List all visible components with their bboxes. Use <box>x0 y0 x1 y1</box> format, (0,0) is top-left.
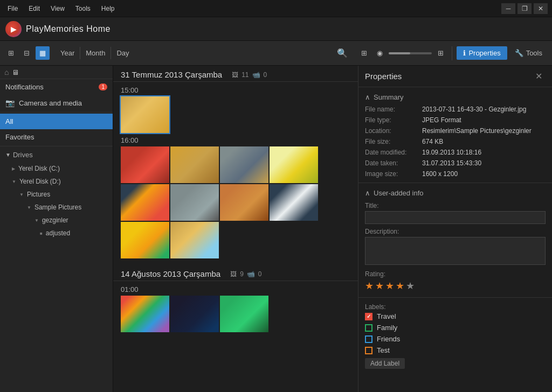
cameras-label: Cameras and media <box>19 99 82 107</box>
labels-section: Labels: ✓ Travel Family Friends Test Add… <box>358 298 552 374</box>
sidebar-item-cameras[interactable]: 📷 Cameras and media <box>0 95 113 111</box>
user-info-header[interactable]: ∧ User-added info <box>365 186 546 200</box>
photo-thumb-tulips[interactable] <box>121 222 169 258</box>
datetaken-val: 31.07.2013 15:43:30 <box>422 159 481 167</box>
imagesize-key: Image size: <box>365 170 419 178</box>
add-label-button[interactable]: Add Label <box>365 358 405 369</box>
camera-icon: 📷 <box>5 99 15 107</box>
tab-month[interactable]: Month <box>80 47 111 59</box>
title-bar-left: File Edit View Tools Help <box>4 4 118 13</box>
sidebar-item-all[interactable]: All <box>0 114 113 129</box>
view-calendar-button[interactable]: ▦ <box>36 46 50 60</box>
label-checkbox-family[interactable] <box>365 324 372 332</box>
label-checkbox-friends[interactable] <box>365 335 372 343</box>
photo-thumb-snake[interactable] <box>121 184 169 221</box>
title-field-container: Title: <box>365 202 546 226</box>
photo-thumb-forest[interactable] <box>220 296 268 332</box>
maximize-button[interactable]: ❐ <box>518 3 532 14</box>
tree-dot-icon: ▶ <box>12 166 15 171</box>
description-input[interactable] <box>365 237 546 265</box>
sidebar-item-adjusted[interactable]: ■ adjusted <box>0 227 113 240</box>
panel-close-button[interactable]: ✕ <box>532 70 546 82</box>
summary-header[interactable]: ∧ Summary <box>365 90 546 104</box>
adjusted-label: adjusted <box>46 229 70 237</box>
date-meta-1: 🖼 11 📹 0 <box>232 71 267 79</box>
menu-file[interactable]: File <box>4 4 21 13</box>
size-slider[interactable] <box>389 52 432 54</box>
label-row-friends: Friends <box>365 333 546 345</box>
photo-icon-2: 🖼 <box>230 270 237 278</box>
home-icon: ⌂ <box>4 68 9 76</box>
labels-header: Labels: <box>365 303 546 311</box>
label-row-travel: ✓ Travel <box>365 311 546 322</box>
star-2[interactable]: ★ <box>375 280 384 292</box>
thumbnail-slider[interactable] <box>389 52 432 54</box>
label-checkbox-travel[interactable]: ✓ <box>365 313 372 320</box>
star-3[interactable]: ★ <box>385 280 394 292</box>
sidebar-item-sample-pictures[interactable]: ▼ Sample Pictures <box>0 201 113 214</box>
menu-edit[interactable]: Edit <box>25 4 43 13</box>
checkmark-travel: ✓ <box>367 313 371 319</box>
minimize-button[interactable]: ─ <box>501 3 515 14</box>
menu-help[interactable]: Help <box>98 4 118 13</box>
star-5[interactable]: ★ <box>406 280 415 292</box>
pictures-label: Pictures <box>27 191 50 198</box>
star-4[interactable]: ★ <box>396 280 404 292</box>
grid-view-button[interactable]: ⊞ <box>357 46 371 60</box>
radio-button[interactable]: ◉ <box>373 46 387 60</box>
photo-thumb-camel[interactable] <box>170 222 219 258</box>
menu-tools[interactable]: Tools <box>72 4 94 13</box>
tree-expand-icon: ▼ <box>12 179 16 184</box>
datemodified-val: 19.09.2013 10:18:16 <box>422 149 481 156</box>
time-label-1600: 16:00 <box>113 134 358 145</box>
sidebar-item-drive-d[interactable]: ▼ Yerel Disk (D:) <box>0 175 113 188</box>
sidebar-drives-header[interactable]: ▼ Drives <box>0 148 113 162</box>
label-row-family: Family <box>365 322 546 333</box>
sidebar-item-notifications[interactable]: Notifications 1 <box>0 79 113 95</box>
filename-key: File name: <box>365 106 419 113</box>
sidebar-item-drive-c[interactable]: ▶ Yerel Disk (C:) <box>0 162 113 175</box>
tab-year[interactable]: Year <box>55 47 80 59</box>
sidebar-item-pictures[interactable]: ▼ Pictures <box>0 188 113 201</box>
video-icon-1: 📹 <box>252 71 260 79</box>
tools-button[interactable]: 🔧 Tools <box>509 46 548 60</box>
title-input[interactable] <box>365 211 546 224</box>
photo-count-2: 9 <box>240 270 244 278</box>
label-row-test: Test <box>365 345 546 356</box>
photo-thumb-penguins[interactable] <box>270 184 318 221</box>
photo-thumb-desert[interactable] <box>121 96 169 133</box>
photo-thumb-sand[interactable] <box>170 146 219 183</box>
close-button[interactable]: ✕ <box>534 3 548 14</box>
panel-title-bar: Properties ✕ <box>358 66 552 87</box>
sidebar-item-favorites[interactable]: Favorites <box>0 129 113 145</box>
photo-thumb-flower2[interactable] <box>270 146 318 183</box>
photo-thumb-rock[interactable] <box>220 146 268 183</box>
row-datetaken: Date taken: 31.07.2013 15:43:30 <box>365 158 546 169</box>
photo-thumb-desert2[interactable] <box>220 184 268 221</box>
photo-thumb-abstract[interactable] <box>121 296 169 332</box>
tree-expand-icon2: ▼ <box>19 192 24 197</box>
photo-grid-0100 <box>113 295 358 333</box>
properties-button[interactable]: ℹ Properties <box>457 46 507 60</box>
tree-expand-icon4: ▼ <box>34 218 39 223</box>
tab-day[interactable]: Day <box>111 47 134 59</box>
drive-c-label: Yerel Disk (C:) <box>18 165 60 172</box>
row-datemodified: Date modified: 19.09.2013 10:18:16 <box>365 147 546 158</box>
view-tiles-button[interactable]: ⊟ <box>20 46 33 60</box>
sidebar-item-gezginler[interactable]: ▼ gezginler <box>0 214 113 227</box>
menu-view[interactable]: View <box>47 4 68 13</box>
video-icon-2: 📹 <box>247 270 255 278</box>
photo-thumb-flower[interactable] <box>121 146 169 183</box>
photo-thumb-night[interactable] <box>170 296 219 332</box>
drives-label: Drives <box>13 151 33 159</box>
star-1[interactable]: ★ <box>365 280 374 292</box>
label-checkbox-test[interactable] <box>365 347 372 354</box>
photo-thumb-koala[interactable] <box>170 184 219 221</box>
grid-icon2-button[interactable]: ⊞ <box>434 46 447 60</box>
rating-label: Rating: <box>365 270 546 278</box>
search-button[interactable]: 🔍 <box>333 45 352 61</box>
filesize-val: 674 KB <box>422 138 443 145</box>
label-text-family: Family <box>377 324 397 332</box>
view-grid-button[interactable]: ⊞ <box>4 46 18 60</box>
tools-label: Tools <box>526 49 542 57</box>
